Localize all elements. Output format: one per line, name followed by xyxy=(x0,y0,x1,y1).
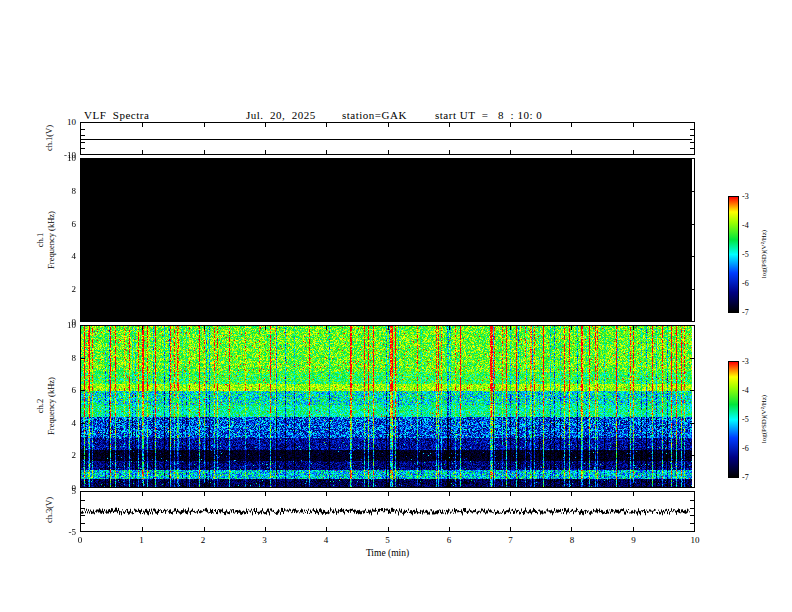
colorbar-ch1-title: log(PSD)(V²/Hz) xyxy=(760,212,768,296)
axis-tick-mark xyxy=(81,390,85,391)
ch2-spec-ytick: 10 xyxy=(46,320,76,330)
axis-tick-mark xyxy=(690,135,694,136)
x-tick-label: 9 xyxy=(619,535,649,545)
axis-tick-mark xyxy=(142,326,143,330)
axis-tick-mark xyxy=(326,159,327,163)
x-tick-label: 4 xyxy=(311,535,341,545)
axis-tick-mark xyxy=(690,390,694,391)
axis-tick-mark xyxy=(449,123,450,127)
axis-tick-mark xyxy=(449,483,450,487)
axis-tick-mark xyxy=(571,492,572,496)
plot-date: Jul. 20, 2025 xyxy=(246,109,316,121)
axis-tick-mark xyxy=(81,129,85,130)
axis-tick-mark xyxy=(690,508,694,509)
axis-tick-mark xyxy=(449,527,450,531)
axis-tick-mark xyxy=(81,142,85,143)
axis-tick-mark xyxy=(204,317,205,321)
plot-title: VLF Spectra xyxy=(84,109,149,121)
axis-tick-mark xyxy=(204,527,205,531)
axis-tick-mark xyxy=(326,123,327,127)
axis-tick-mark xyxy=(81,515,85,516)
colorbar-ch2 xyxy=(728,361,739,478)
ch3-waveform-panel xyxy=(80,491,695,532)
ch1-spec-axis-label-line2: Frequency (kHz) xyxy=(46,185,57,295)
axis-tick-mark xyxy=(510,492,511,496)
axis-tick-mark xyxy=(690,500,694,501)
axis-tick-mark xyxy=(571,123,572,127)
axis-tick-mark xyxy=(265,527,266,531)
axis-tick-mark xyxy=(633,150,634,154)
ch2-spec-axis-label-line1: ch.2 xyxy=(35,351,46,461)
axis-tick-mark xyxy=(142,492,143,496)
axis-tick-mark xyxy=(388,159,389,163)
axis-tick-mark xyxy=(81,224,85,225)
cb1-tick-label: -5 xyxy=(742,250,749,259)
axis-tick-mark xyxy=(81,289,85,290)
ch1-waveform-trace xyxy=(81,139,692,140)
axis-tick-mark xyxy=(388,123,389,127)
axis-tick-mark xyxy=(388,317,389,321)
ch1-spec-ytick: 10 xyxy=(46,153,76,163)
ch2-spec-axis-label-line2: Frequency (kHz) xyxy=(46,351,57,461)
ch1-spec-ytick: 8 xyxy=(46,186,76,196)
axis-tick-mark xyxy=(690,515,694,516)
axis-tick-mark xyxy=(204,159,205,163)
axis-tick-mark xyxy=(81,148,85,149)
ch2-colorbar-gradient xyxy=(729,362,738,477)
axis-tick-mark xyxy=(388,483,389,487)
axis-tick-mark xyxy=(204,483,205,487)
axis-tick-mark xyxy=(265,317,266,321)
axis-tick-mark xyxy=(142,483,143,487)
axis-tick-mark xyxy=(571,150,572,154)
axis-tick-mark xyxy=(81,358,85,359)
axis-tick-mark xyxy=(633,492,634,496)
axis-tick-mark xyxy=(388,326,389,330)
axis-tick-mark xyxy=(265,150,266,154)
vlf-spectra-figure: VLF Spectra Jul. 20, 2025 station=GAK st… xyxy=(0,0,792,612)
axis-tick-mark xyxy=(265,492,266,496)
ch1-spec-axis-label-line1: ch.1 xyxy=(35,185,46,295)
axis-tick-mark xyxy=(510,317,511,321)
cb2-tick-label: -4 xyxy=(742,386,749,395)
ch2-spec-ytick: 2 xyxy=(46,450,76,460)
axis-tick-mark xyxy=(81,191,85,192)
axis-tick-mark xyxy=(571,326,572,330)
axis-tick-mark xyxy=(326,326,327,330)
axis-tick-mark xyxy=(571,159,572,163)
ch1-spec-ytick: 2 xyxy=(46,284,76,294)
axis-tick-mark xyxy=(81,500,85,501)
axis-tick-mark xyxy=(571,527,572,531)
ch2-spectrogram-panel xyxy=(80,325,695,488)
axis-tick-mark xyxy=(690,455,694,456)
ch1-spec-ytick: 6 xyxy=(46,219,76,229)
axis-tick-mark xyxy=(81,423,85,424)
axis-tick-mark xyxy=(81,135,85,136)
axis-tick-mark xyxy=(633,123,634,127)
axis-tick-mark xyxy=(204,150,205,154)
axis-tick-mark xyxy=(510,483,511,487)
x-axis-title: Time (min) xyxy=(330,548,445,558)
axis-tick-mark xyxy=(81,256,85,257)
ch2-spec-ytick: 8 xyxy=(46,353,76,363)
axis-tick-mark xyxy=(326,317,327,321)
cb2-tick-label: -5 xyxy=(742,415,749,424)
colorbar-ch1 xyxy=(728,196,739,313)
ch1-spec-axis-label: ch.1Frequency (kHz) xyxy=(35,185,57,295)
axis-tick-mark xyxy=(510,326,511,330)
axis-tick-mark xyxy=(633,326,634,330)
axis-tick-mark xyxy=(633,527,634,531)
axis-tick-mark xyxy=(690,142,694,143)
axis-tick-mark xyxy=(142,527,143,531)
axis-tick-mark xyxy=(265,123,266,127)
x-tick-label: 1 xyxy=(127,535,157,545)
axis-tick-mark xyxy=(449,326,450,330)
axis-tick-mark xyxy=(326,527,327,531)
ch1-spec-ytick: 4 xyxy=(46,251,76,261)
cb1-tick-label: -6 xyxy=(742,279,749,288)
cb2-tick-label: -6 xyxy=(742,444,749,453)
axis-tick-mark xyxy=(81,455,85,456)
axis-tick-mark xyxy=(510,150,511,154)
ch3-wave-ytick-max: 5 xyxy=(46,486,76,496)
axis-tick-mark xyxy=(690,191,694,192)
x-tick-label: 5 xyxy=(373,535,403,545)
